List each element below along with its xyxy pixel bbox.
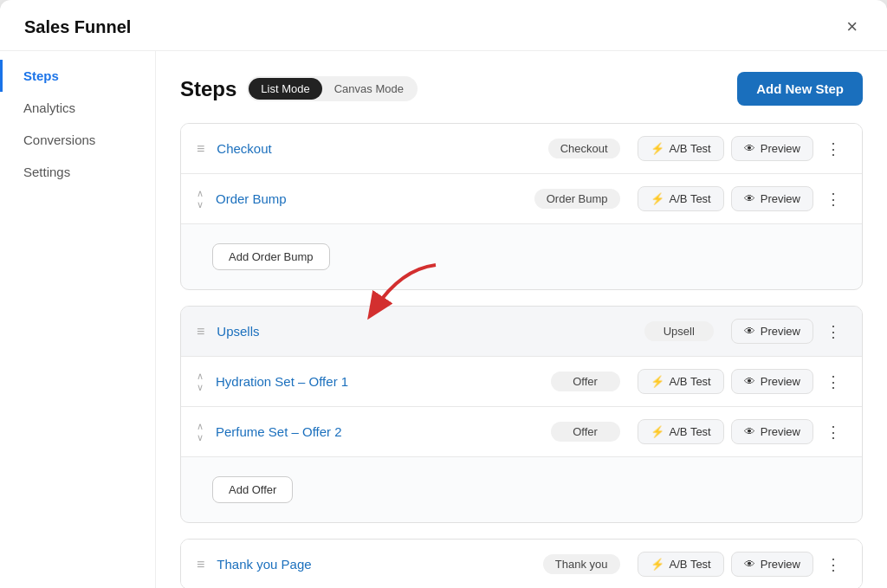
order-bump-ab-test-button[interactable]: ⚡ A/B Test xyxy=(638,186,724,211)
upsells-group: ≡ Upsells Upsell 👁 Preview ⋮ xyxy=(180,306,863,523)
modal-title: Sales Funnel xyxy=(24,17,131,37)
thank-you-preview-button[interactable]: 👁 Preview xyxy=(731,552,813,577)
sidebar-item-steps[interactable]: Steps xyxy=(0,60,155,92)
mode-toggle: List Mode Canvas Mode xyxy=(247,76,418,101)
order-bump-more-button[interactable]: ⋮ xyxy=(820,188,846,210)
thank-you-ab-test-button[interactable]: ⚡ A/B Test xyxy=(638,552,724,577)
main-content: Steps List Mode Canvas Mode Add New Step… xyxy=(156,51,887,588)
order-bump-actions: ⚡ A/B Test 👁 Preview ⋮ xyxy=(638,186,846,211)
thank-you-group: ≡ Thank you Page Thank you ⚡ A/B Test 👁 … xyxy=(180,539,863,588)
hydration-set-name[interactable]: Hydration Set – Offer 1 xyxy=(216,374,551,389)
preview-icon: 👁 xyxy=(744,192,755,205)
checkout-name[interactable]: Checkout xyxy=(217,141,547,156)
checkout-more-button[interactable]: ⋮ xyxy=(820,138,846,160)
add-order-bump-row: Add Order Bump xyxy=(181,224,862,289)
thank-you-type-badge: Thank you xyxy=(543,554,620,574)
perfume-preview-button[interactable]: 👁 Preview xyxy=(731,419,813,444)
add-offer-row: Add Offer xyxy=(181,457,862,522)
order-bump-name[interactable]: Order Bump xyxy=(216,191,534,206)
order-bump-type-badge: Order Bump xyxy=(534,189,620,209)
steps-title: Steps xyxy=(180,77,236,101)
thank-you-more-button[interactable]: ⋮ xyxy=(820,553,846,576)
upsells-group-wrapper: ≡ Upsells Upsell 👁 Preview ⋮ xyxy=(180,306,863,523)
add-new-step-button[interactable]: Add New Step xyxy=(737,72,863,106)
perfume-set-row: ∧ ∨ Perfume Set – Offer 2 Offer ⚡ A/B Te… xyxy=(181,407,862,457)
checkout-group: ≡ Checkout Checkout ⚡ A/B Test 👁 Preview… xyxy=(180,123,863,290)
upsells-more-button[interactable]: ⋮ xyxy=(820,320,846,343)
drag-icon: ≡ xyxy=(197,141,204,157)
order-bump-row: ∧ ∨ Order Bump Order Bump ⚡ A/B Test 👁 P… xyxy=(181,174,862,224)
hydration-updown-icon: ∧ ∨ xyxy=(197,371,204,391)
canvas-mode-button[interactable]: Canvas Mode xyxy=(322,78,416,100)
checkout-ab-test-button[interactable]: ⚡ A/B Test xyxy=(638,136,724,161)
upsells-actions: 👁 Preview ⋮ xyxy=(731,319,846,344)
add-offer-button[interactable]: Add Offer xyxy=(212,476,293,503)
upsells-name[interactable]: Upsells xyxy=(217,324,644,339)
modal-header: Sales Funnel × xyxy=(0,0,887,51)
hydration-ab-test-button[interactable]: ⚡ A/B Test xyxy=(638,369,724,394)
checkout-actions: ⚡ A/B Test 👁 Preview ⋮ xyxy=(638,136,846,161)
checkout-header-row: ≡ Checkout Checkout ⚡ A/B Test 👁 Preview… xyxy=(181,124,862,174)
sidebar-item-conversions[interactable]: Conversions xyxy=(0,124,155,156)
perfume-set-name[interactable]: Perfume Set – Offer 2 xyxy=(216,424,551,439)
preview-icon: 👁 xyxy=(744,325,755,338)
sidebar-item-settings[interactable]: Settings xyxy=(0,156,155,188)
order-bump-updown-icon: ∧ ∨ xyxy=(197,188,204,209)
perfume-updown-icon: ∧ ∨ xyxy=(197,421,204,442)
hydration-preview-button[interactable]: 👁 Preview xyxy=(731,369,813,394)
perfume-type-badge: Offer xyxy=(551,422,620,442)
perfume-ab-test-button[interactable]: ⚡ A/B Test xyxy=(638,419,724,444)
perfume-more-button[interactable]: ⋮ xyxy=(820,421,846,443)
upsells-type-badge: Upsell xyxy=(644,321,714,341)
ab-test-icon: ⚡ xyxy=(651,375,664,388)
preview-icon: 👁 xyxy=(744,558,755,571)
steps-title-area: Steps List Mode Canvas Mode xyxy=(180,76,418,101)
perfume-actions: ⚡ A/B Test 👁 Preview ⋮ xyxy=(638,419,846,444)
hydration-type-badge: Offer xyxy=(551,372,620,391)
add-order-bump-button[interactable]: Add Order Bump xyxy=(212,243,330,270)
order-bump-preview-button[interactable]: 👁 Preview xyxy=(731,186,813,211)
upsells-preview-button[interactable]: 👁 Preview xyxy=(731,319,813,344)
sidebar: Steps Analytics Conversions Settings xyxy=(0,51,156,588)
ab-test-icon: ⚡ xyxy=(651,192,664,205)
steps-header: Steps List Mode Canvas Mode Add New Step xyxy=(180,72,863,106)
ab-test-icon: ⚡ xyxy=(651,142,664,155)
hydration-set-row: ∧ ∨ Hydration Set – Offer 1 Offer ⚡ A/B … xyxy=(181,357,862,407)
thank-you-name[interactable]: Thank you Page xyxy=(217,557,543,572)
hydration-actions: ⚡ A/B Test 👁 Preview ⋮ xyxy=(638,369,846,394)
ab-test-icon: ⚡ xyxy=(651,558,664,571)
sidebar-item-analytics[interactable]: Analytics xyxy=(0,92,155,124)
checkout-type-badge: Checkout xyxy=(548,139,620,158)
modal-container: Sales Funnel × Steps Analytics Conversio… xyxy=(0,0,887,588)
list-mode-button[interactable]: List Mode xyxy=(249,78,321,100)
hydration-more-button[interactable]: ⋮ xyxy=(820,371,846,393)
modal-body: Steps Analytics Conversions Settings Ste… xyxy=(0,51,887,588)
checkout-preview-button[interactable]: 👁 Preview xyxy=(731,136,813,161)
thank-you-drag-icon: ≡ xyxy=(197,557,204,572)
upsells-header-row: ≡ Upsells Upsell 👁 Preview ⋮ xyxy=(181,307,862,357)
preview-icon: 👁 xyxy=(744,425,755,438)
thank-you-row: ≡ Thank you Page Thank you ⚡ A/B Test 👁 … xyxy=(181,540,862,588)
preview-icon: 👁 xyxy=(744,375,755,388)
ab-test-icon: ⚡ xyxy=(651,425,664,438)
upsells-drag-icon: ≡ xyxy=(197,324,204,339)
thank-you-actions: ⚡ A/B Test 👁 Preview ⋮ xyxy=(638,552,846,577)
close-button[interactable]: × xyxy=(841,16,863,38)
preview-icon: 👁 xyxy=(744,142,755,155)
